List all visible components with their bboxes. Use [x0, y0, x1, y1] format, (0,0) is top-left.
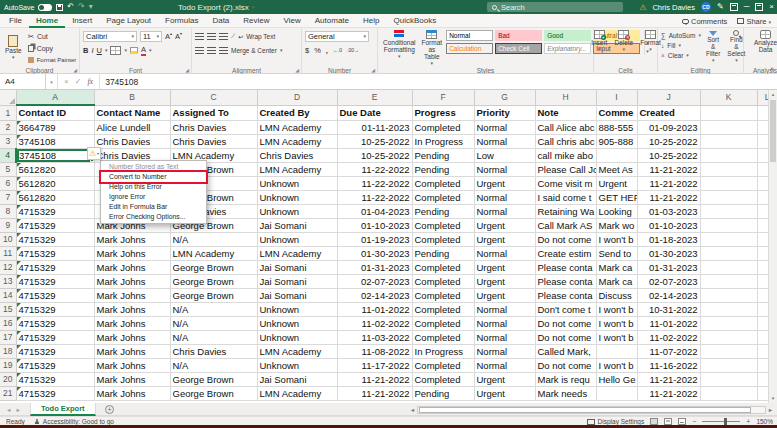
zoom-slider[interactable]: [702, 421, 740, 422]
cell-C2[interactable]: Chris Davies: [170, 120, 257, 134]
cell-H1[interactable]: Note: [535, 105, 596, 120]
cell-F2[interactable]: Completed: [412, 120, 474, 134]
cell-K18[interactable]: [700, 344, 757, 358]
cell-F6[interactable]: Completed: [412, 176, 474, 190]
cell-I7[interactable]: GET HEF: [596, 190, 637, 204]
close-button[interactable]: ×: [769, 0, 774, 14]
cell-J12[interactable]: 01-31-2023: [637, 260, 700, 274]
ribbon-tab-view[interactable]: View: [277, 14, 308, 28]
cell-F7[interactable]: Completed: [412, 190, 474, 204]
cell-I11[interactable]: Send to: [596, 246, 637, 260]
cell-J21[interactable]: 11-21-2022: [637, 386, 700, 400]
save-icon[interactable]: [56, 4, 63, 11]
align-top-icon[interactable]: [195, 33, 204, 40]
cell-F1[interactable]: Progress: [412, 105, 474, 120]
sheet-prev-icon[interactable]: ◄: [6, 407, 11, 413]
vertical-scrollbar[interactable]: ▴ ▾: [768, 90, 777, 403]
cell-K8[interactable]: [700, 204, 757, 218]
cell-A19[interactable]: 4715329: [16, 358, 94, 372]
minimize-button[interactable]: ─: [744, 0, 750, 14]
row-header-5[interactable]: 5: [0, 162, 16, 176]
cell-A16[interactable]: 4715329: [16, 316, 94, 330]
row-header-15[interactable]: 15: [0, 302, 16, 316]
scroll-down-icon[interactable]: ▾: [769, 394, 777, 403]
cell-D2[interactable]: LMN Academy: [257, 120, 337, 134]
row-header-13[interactable]: 13: [0, 274, 16, 288]
autosum-button[interactable]: ∑AutoSum▾: [661, 30, 701, 40]
cell-G2[interactable]: Normal: [474, 120, 535, 134]
insert-cells-button[interactable]: + Insert▾: [589, 30, 609, 53]
new-sheet-button[interactable]: +: [105, 405, 114, 414]
cell-J15[interactable]: 10-31-2022: [637, 302, 700, 316]
cell-F11[interactable]: Pending: [412, 246, 474, 260]
row-header-14[interactable]: 14: [0, 288, 16, 302]
cell-D8[interactable]: Unknown: [257, 204, 337, 218]
conditional-formatting-button[interactable]: ConditionalFormatting▾: [381, 30, 418, 60]
cell-E14[interactable]: 02-14-2023: [337, 288, 412, 302]
display-settings-button[interactable]: Display Settings: [587, 418, 645, 425]
cell-E1[interactable]: Due Date: [337, 105, 412, 120]
cell-G13[interactable]: Urgent: [474, 274, 535, 288]
cell-E3[interactable]: 10-25-2022: [337, 134, 412, 148]
search-box[interactable]: Search: [487, 2, 623, 12]
align-middle-icon[interactable]: [207, 33, 216, 40]
fill-button[interactable]: ↓Fill▾: [661, 40, 701, 50]
align-center-icon[interactable]: [207, 47, 216, 54]
underline-button[interactable]: U: [97, 46, 102, 55]
cell-G12[interactable]: Urgent: [474, 260, 535, 274]
column-header-i[interactable]: I: [596, 90, 637, 105]
cell-A20[interactable]: 4715329: [16, 372, 94, 386]
cell-D20[interactable]: Jai Somani: [257, 372, 337, 386]
cell-J7[interactable]: 11-21-2022: [637, 190, 700, 204]
cell-style-good[interactable]: Good: [544, 30, 591, 41]
align-right-icon[interactable]: [219, 47, 228, 54]
cell-E20[interactable]: 11-21-2022: [337, 372, 412, 386]
cancel-entry-icon[interactable]: ×: [64, 77, 69, 86]
horizontal-scrollbar[interactable]: ◄ ►: [408, 405, 775, 414]
cell-B13[interactable]: Mark Johns: [94, 274, 170, 288]
cell-B16[interactable]: Mark Johns: [94, 316, 170, 330]
cell-D11[interactable]: LMN Academy: [257, 246, 337, 260]
cell-A9[interactable]: 4715329: [16, 218, 94, 232]
zoom-out-button[interactable]: −: [692, 418, 696, 425]
cell-K15[interactable]: [700, 302, 757, 316]
borders-icon[interactable]: [110, 46, 121, 55]
ribbon-tab-review[interactable]: Review: [236, 14, 276, 28]
cell-G6[interactable]: Urgent: [474, 176, 535, 190]
column-header-d[interactable]: D: [257, 90, 337, 105]
cell-B1[interactable]: Contact Name: [94, 105, 170, 120]
document-title[interactable]: Todo Export (2).xlsx ▾: [178, 0, 254, 14]
cell-J8[interactable]: 01-03-2023: [637, 204, 700, 218]
cell-K14[interactable]: [700, 288, 757, 302]
select-all-corner[interactable]: [0, 90, 16, 105]
cell-I14[interactable]: Discuss: [596, 288, 637, 302]
cell-I17[interactable]: I won't b: [596, 330, 637, 344]
cell-D5[interactable]: LMN Academy: [257, 162, 337, 176]
cell-G10[interactable]: Urgent: [474, 232, 535, 246]
cell-G7[interactable]: Normal: [474, 190, 535, 204]
cell-G14[interactable]: Urgent: [474, 288, 535, 302]
insert-function-icon[interactable]: fx: [87, 77, 93, 86]
row-header-12[interactable]: 12: [0, 260, 16, 274]
font-dialog-launcher[interactable]: ◢: [185, 67, 189, 73]
cell-I19[interactable]: I won't b: [596, 358, 637, 372]
cell-I15[interactable]: I won't b: [596, 302, 637, 316]
cell-H5[interactable]: Please Call Jc: [535, 162, 596, 176]
row-header-6[interactable]: 6: [0, 176, 16, 190]
cell-J4[interactable]: 10-25-2022: [637, 148, 700, 162]
cell-D7[interactable]: Unknown: [257, 190, 337, 204]
cell-A2[interactable]: 3664789: [16, 120, 94, 134]
cell-A10[interactable]: 4715329: [16, 232, 94, 246]
cell-E19[interactable]: 11-17-2022: [337, 358, 412, 372]
cell-E13[interactable]: 02-07-2023: [337, 274, 412, 288]
cell-I13[interactable]: Mark ca: [596, 274, 637, 288]
row-header-2[interactable]: 2: [0, 120, 16, 134]
page-break-view-button[interactable]: [678, 418, 686, 425]
cell-E6[interactable]: 11-22-2022: [337, 176, 412, 190]
zoom-level[interactable]: 150%: [756, 418, 773, 425]
decrease-decimal-icon[interactable]: .00→: [347, 47, 359, 53]
horizontal-scroll-thumb[interactable]: [419, 407, 751, 413]
cell-C14[interactable]: George Brown: [170, 288, 257, 302]
ribbon-tab-insert[interactable]: Insert: [65, 14, 99, 28]
ribbon-tab-automate[interactable]: Automate: [308, 14, 356, 28]
